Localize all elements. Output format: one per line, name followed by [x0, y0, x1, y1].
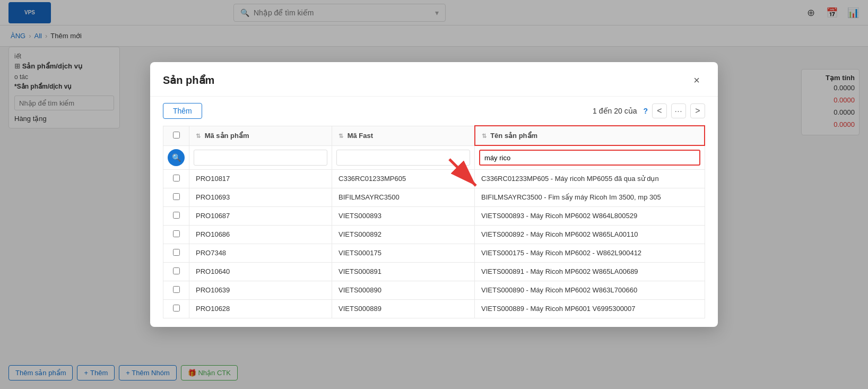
row-2-ten-san-pham: BIFILMSAYRC3500 - Fim sấy máy Ricoh Im 3… — [475, 188, 705, 206]
row-4-ma-san-pham: PRO10686 — [189, 225, 332, 244]
th-ma-san-pham[interactable]: ⇅ Mã sản phẩm — [189, 126, 332, 145]
search-ten-san-pham-input[interactable] — [479, 150, 700, 166]
row-5-checkbox-cell — [163, 244, 189, 262]
row-2-checkbox[interactable] — [173, 193, 180, 200]
modal-table: ⇅ Mã sản phẩm ⇅ Mã Fast ⇅ Tên sản phẩm — [163, 125, 705, 318]
row-5-checkbox[interactable] — [173, 249, 180, 256]
modal-close-button[interactable]: × — [688, 72, 705, 89]
row-8-checkbox[interactable] — [173, 305, 180, 312]
row-8-ma-san-pham: PRO10628 — [189, 299, 332, 318]
row-4-checkbox-cell — [163, 225, 189, 244]
pagination-dots-button[interactable]: ··· — [671, 103, 686, 118]
row-3-ten-san-pham: VIETS000893 - Máy Ricoh MP6002 W864L8005… — [475, 206, 705, 225]
row-2-ma-san-pham: PRO10693 — [189, 188, 332, 206]
row-1-checkbox-cell — [163, 169, 189, 188]
modal-title: Sản phẩm — [163, 74, 214, 87]
table-row[interactable]: PRO10640 VIETS000891 VIETS000891 - Máy R… — [163, 262, 705, 281]
table-row[interactable]: PRO10628 VIETS000889 VIETS000889 - Máy R… — [163, 299, 705, 318]
table-row[interactable]: PRO10687 VIETS000893 VIETS000893 - Máy R… — [163, 206, 705, 225]
pagination: 1 đến 20 của ? < ··· > — [593, 103, 705, 118]
modal-overlay: Sản phẩm × Thêm 1 đến 20 của ? < ··· > — [0, 0, 868, 389]
table-header-row: ⇅ Mã sản phẩm ⇅ Mã Fast ⇅ Tên sản phẩm — [163, 126, 705, 145]
pagination-next-button[interactable]: > — [690, 103, 705, 118]
row-3-ma-san-pham: PRO10687 — [189, 206, 332, 225]
row-4-ma-fast: VIETS000892 — [332, 225, 475, 244]
table-row[interactable]: PRO10686 VIETS000892 VIETS000892 - Máy R… — [163, 225, 705, 244]
select-all-checkbox[interactable] — [173, 132, 180, 139]
row-7-checkbox-cell — [163, 281, 189, 299]
search-actions-cell: 🔍 — [163, 145, 189, 169]
row-5-ten-san-pham: VIETS000175 - Máy Ricoh MP6002 - W862L90… — [475, 244, 705, 262]
pagination-text: 1 đến 20 của — [593, 107, 637, 115]
modal-header: Sản phẩm × — [150, 62, 718, 97]
table-row[interactable]: PRO10693 BIFILMSAYRC3500 BIFILMSAYRC3500… — [163, 188, 705, 206]
row-1-ma-san-pham: PRO10817 — [189, 169, 332, 188]
row-7-ten-san-pham: VIETS000890 - Máy Ricoh MP6002 W863L7006… — [475, 281, 705, 299]
row-2-checkbox-cell — [163, 188, 189, 206]
row-7-checkbox[interactable] — [173, 286, 180, 293]
row-1-ten-san-pham: C336RC01233MP605 - Máy ricoh MP6055 đã q… — [475, 169, 705, 188]
row-3-checkbox[interactable] — [173, 212, 180, 219]
modal-toolbar: Thêm 1 đến 20 của ? < ··· > — [150, 97, 718, 125]
table-search-row: 🔍 — [163, 145, 705, 169]
row-4-ten-san-pham: VIETS000892 - Máy Ricoh MP6002 W865LA001… — [475, 225, 705, 244]
row-8-ma-fast: VIETS000889 — [332, 299, 475, 318]
them-button[interactable]: Thêm — [163, 103, 202, 119]
svg-line-1 — [449, 159, 476, 186]
table-row[interactable]: PRO10817 C336RC01233MP605 C336RC01233MP6… — [163, 169, 705, 188]
row-3-ma-fast: VIETS000893 — [332, 206, 475, 225]
row-6-ma-fast: VIETS000891 — [332, 262, 475, 281]
row-7-ma-fast: VIETS000890 — [332, 281, 475, 299]
row-6-ma-san-pham: PRO10640 — [189, 262, 332, 281]
row-3-checkbox-cell — [163, 206, 189, 225]
search-ma-san-pham-cell — [189, 145, 332, 169]
row-7-ma-san-pham: PRO10639 — [189, 281, 332, 299]
red-arrow-icon — [439, 154, 492, 196]
modal-table-container[interactable]: ⇅ Mã sản phẩm ⇅ Mã Fast ⇅ Tên sản phẩm — [150, 125, 718, 327]
search-ten-san-pham-cell — [475, 145, 705, 169]
row-8-checkbox-cell — [163, 299, 189, 318]
row-1-checkbox[interactable] — [173, 175, 180, 181]
search-ma-san-pham-input[interactable] — [194, 150, 327, 166]
th-checkbox — [163, 126, 189, 145]
table-row[interactable]: PRO7348 VIETS000175 VIETS000175 - Máy Ri… — [163, 244, 705, 262]
row-6-ten-san-pham: VIETS000891 - Máy Ricoh MP6002 W865LA006… — [475, 262, 705, 281]
search-actions: 🔍 — [168, 149, 185, 166]
row-6-checkbox-cell — [163, 262, 189, 281]
sort-icon-ma-fast: ⇅ — [338, 133, 343, 139]
sort-icon-ma-san-pham: ⇅ — [196, 133, 201, 139]
sort-icon-ten-san-pham: ⇅ — [482, 133, 487, 139]
table-row[interactable]: PRO10639 VIETS000890 VIETS000890 - Máy R… — [163, 281, 705, 299]
th-ma-fast[interactable]: ⇅ Mã Fast — [332, 126, 475, 145]
th-ten-san-pham[interactable]: ⇅ Tên sản phẩm — [475, 126, 705, 145]
pagination-prev-button[interactable]: < — [652, 103, 667, 118]
search-magnifier-icon: 🔍 — [172, 153, 181, 162]
search-icon-button[interactable]: 🔍 — [168, 149, 185, 166]
pagination-question: ? — [643, 107, 648, 115]
row-6-checkbox[interactable] — [173, 267, 180, 274]
row-5-ma-fast: VIETS000175 — [332, 244, 475, 262]
san-pham-modal: Sản phẩm × Thêm 1 đến 20 của ? < ··· > — [150, 62, 718, 327]
row-4-checkbox[interactable] — [173, 230, 180, 237]
row-8-ten-san-pham: VIETS000889 - Máy Ricoh MP6001 V69953000… — [475, 299, 705, 318]
row-5-ma-san-pham: PRO7348 — [189, 244, 332, 262]
